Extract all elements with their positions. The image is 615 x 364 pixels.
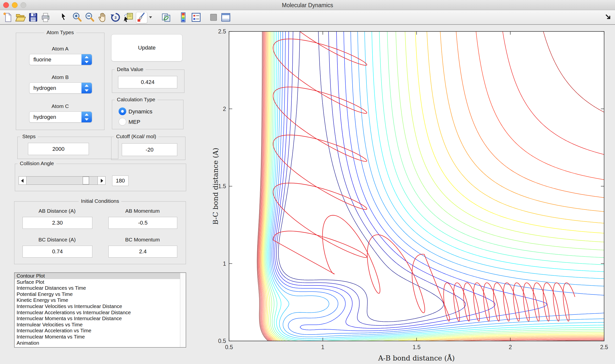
collision-angle-group: Collision Angle 180 [15,164,186,191]
initial-conditions-group: Initial Conditions AB Distance (A) AB Mo… [14,201,186,264]
svg-text:2: 2 [509,344,512,350]
new-figure-button[interactable] [2,12,13,23]
svg-text:2: 2 [223,106,226,112]
collision-angle-slider[interactable] [19,176,105,185]
ab-distance-input[interactable]: 2.30 [23,217,92,229]
bc-momentum-label: BC Momentum [100,237,185,243]
svg-text:1: 1 [321,344,324,350]
collision-angle-input[interactable]: 180 [112,176,128,186]
list-item[interactable]: Internuclear Distances vs Time [15,285,186,291]
bc-momentum-input[interactable]: 2.4 [108,246,177,258]
mep-radio[interactable] [119,118,126,126]
dock-figure-button[interactable] [602,11,613,22]
list-item[interactable]: Potential Energy vs Time [15,291,186,297]
update-button[interactable]: Update [111,34,182,61]
list-item[interactable]: Internuclear Acceleration vs Time [15,328,186,334]
insert-colorbar-button[interactable] [178,12,189,23]
rotate-3d-button[interactable]: 3 [110,12,121,23]
atom-b-label: Atom B [16,74,104,80]
atom-types-title: Atom Types [44,29,76,35]
collision-angle-title: Collision Angle [18,160,56,166]
slider-thumb[interactable] [83,177,89,184]
calculation-type-title: Calculation Type [115,97,157,103]
list-item[interactable]: Internuclear Accelerations vs Internucle… [15,310,186,316]
list-item[interactable]: Kinetic Energy vs Time [15,297,186,303]
arrow-cursor-button[interactable] [58,12,69,23]
cutoff-group: Cutoff (Kcal/ mol) -20 [111,137,185,160]
initial-conditions-title: Initial Conditions [79,198,121,204]
save-button[interactable] [28,12,39,23]
list-item[interactable]: Internulear Velocities vs Time [15,322,186,328]
list-item[interactable]: Surface Plot [15,279,186,285]
svg-text:2.5: 2.5 [218,28,226,35]
list-item[interactable]: Animation [15,340,186,346]
delta-value-title: Delta Value [115,66,146,72]
brush-button[interactable] [136,12,147,23]
zoom-out-button[interactable] [84,12,95,23]
zoom-in-button[interactable] [72,12,83,23]
steps-group: Steps 2000 [17,137,118,159]
hide-plot-tools-button[interactable] [208,12,219,23]
ab-distance-label: AB Distance (A) [14,208,100,214]
dynamics-radio-label: Dynamics [128,108,153,115]
atom-c-dropdown[interactable]: hydrogen [29,111,92,123]
svg-text:2.5: 2.5 [600,344,608,350]
brush-dropdown-caret[interactable] [149,16,152,18]
pan-hand-button[interactable] [97,12,108,23]
atom-a-dropdown[interactable]: fluorine [29,54,92,65]
slider-left-arrow[interactable] [19,176,26,185]
y-axis-label: B-C bond distance (Å) [213,148,220,225]
dynamics-radio[interactable] [119,107,126,115]
delta-value-input[interactable]: 0.424 [118,76,177,88]
dropdown-chevrons-icon [81,83,92,93]
x-axis-label: A-B bond distance (Å) [378,354,455,362]
bc-distance-label: BC Distance (A) [14,237,100,243]
bc-distance-input[interactable]: 0.74 [23,246,92,258]
link-plots-button[interactable] [161,12,172,23]
atom-a-label: Atom A [16,46,104,52]
svg-text:0.5: 0.5 [225,344,233,350]
ab-momentum-input[interactable]: -0.5 [108,217,177,229]
plot-background [229,31,604,341]
list-item[interactable]: Internuclear Velocities vs Internuclear … [15,303,186,310]
slider-right-arrow[interactable] [98,176,105,185]
dropdown-chevrons-icon [81,54,92,65]
print-button[interactable] [40,12,51,23]
delta-value-group: Delta Value 0.424 [112,70,184,93]
contour-plot-axes[interactable]: 0.511.522.5 0.511.522.5 A-B bond distanc… [213,22,609,362]
atom-a-value: fluorine [33,54,51,65]
app-window: Molecular Dynamics 3 [0,0,615,364]
listbox-scrollbar[interactable] [180,273,186,347]
insert-legend-button[interactable] [191,12,202,23]
cutoff-title: Cutoff (Kcal/ mol) [114,133,158,139]
ab-momentum-label: AB Momentum [100,208,185,214]
atom-b-dropdown[interactable]: hydrogen [29,82,92,94]
atom-c-value: hydrogen [33,112,56,122]
svg-text:3: 3 [115,16,117,20]
atom-b-value: hydrogen [33,83,56,93]
steps-input[interactable]: 2000 [28,143,89,155]
show-plot-tools-button[interactable] [220,12,231,23]
dropdown-chevrons-icon [81,112,92,122]
mep-radio-label: MEP [128,119,140,125]
list-item[interactable]: Internuclear Momenta vs Internuclear Dis… [15,315,186,322]
svg-text:1: 1 [223,260,226,267]
atom-c-label: Atom C [16,103,104,109]
open-file-button[interactable] [15,12,26,23]
svg-text:0.5: 0.5 [218,338,226,344]
x-tick-labels: 0.511.522.5 [225,344,608,350]
calculation-type-group: Calculation Type Dynamics MEP [112,100,183,129]
list-item[interactable]: Internuclear Momenta vs Time [15,334,186,340]
steps-title: Steps [20,133,38,139]
title-bar: Molecular Dynamics [0,0,615,10]
cutoff-input[interactable]: -20 [122,143,177,156]
atom-types-group: Atom Types Atom A fluorine Atom B hydrog… [16,33,104,130]
plot-type-listbox[interactable]: Contour PlotSurface PlotInternuclear Dis… [14,272,186,348]
svg-text:1.5: 1.5 [413,344,421,350]
list-item[interactable]: Contour Plot [15,273,186,279]
window-title: Molecular Dynamics [0,2,615,9]
data-cursor-button[interactable] [123,12,134,23]
